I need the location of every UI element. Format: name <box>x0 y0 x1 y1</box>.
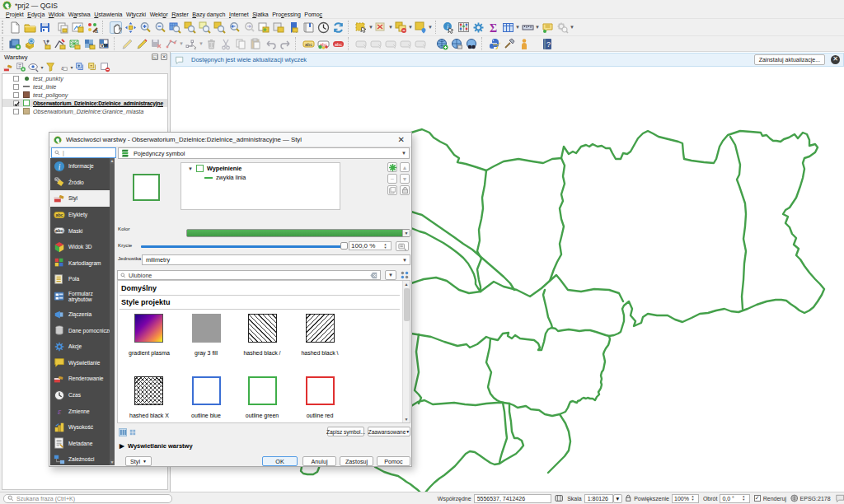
svg-text:i: i <box>59 161 61 170</box>
svg-text:abc: abc <box>55 228 63 233</box>
svg-text:abc: abc <box>55 212 63 217</box>
svg-text:ε: ε <box>58 407 62 416</box>
